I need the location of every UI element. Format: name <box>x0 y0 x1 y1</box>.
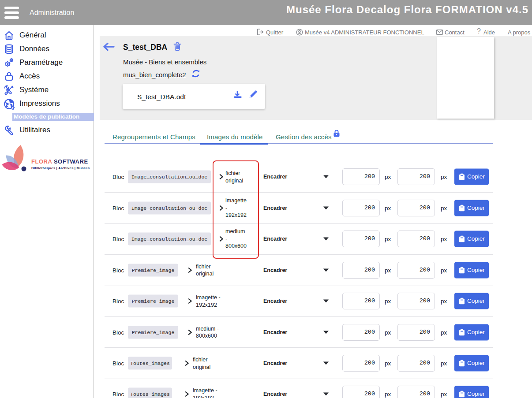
svg-text:FLORA SOFTWARE: FLORA SOFTWARE <box>31 158 88 165</box>
svg-text:Bibliothèques | Archives | Mus: Bibliothèques | Archives | Musées <box>31 166 90 170</box>
